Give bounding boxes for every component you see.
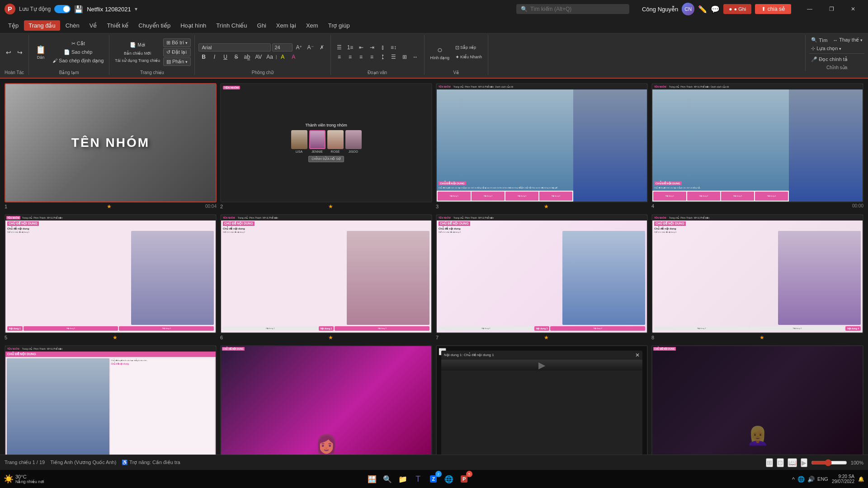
convert-button[interactable]: ↔ [410, 53, 420, 61]
numbering-button[interactable]: 1≡ [345, 43, 355, 52]
autosave-toggle[interactable] [54, 5, 71, 13]
slide-thumb-10[interactable]: CHỦ ĐỀ NỘI DUNG 👩 N LOẠT PHIM [220, 345, 432, 455]
taskbar-teams-button[interactable]: T [411, 472, 425, 486]
find-button[interactable]: 🔍 Tìm [809, 36, 829, 44]
align-left-button[interactable]: ≡ [335, 53, 344, 61]
undo-button[interactable]: ↩ [4, 47, 14, 57]
layout-dropdown[interactable]: ⊞ Bố trí ▾ [163, 38, 191, 47]
comment-icon[interactable]: 💬 [711, 5, 720, 14]
minimize-button[interactable]: — [799, 2, 820, 16]
dictation-button[interactable]: 🎤 Đọc chính tả [809, 56, 849, 63]
menu-record[interactable]: Ghi [253, 20, 271, 31]
text-columns-button[interactable]: ☰ [389, 53, 399, 61]
language-eng[interactable]: ENG [817, 476, 828, 482]
redo-button[interactable]: ↪ [15, 47, 25, 57]
share-button[interactable]: ⬆ chia sẻ [755, 4, 791, 14]
strikethrough-button[interactable]: S [231, 53, 241, 61]
slide-item-9[interactable]: TÊN NHÓM Trang chủPhim ThànhMH & Phổ biế… [5, 345, 217, 455]
increase-indent-button[interactable]: ⇥ [367, 43, 377, 52]
taskbar-powerpoint-button[interactable]: P 5 [457, 472, 472, 486]
slide-thumb-6[interactable]: TÊN NHÓM Trang chủPhim ThànhMH & Phổ biế… [220, 214, 432, 333]
select-button[interactable]: ⊹ Lựa chọn ▾ [809, 45, 843, 52]
slide-thumb-12[interactable]: CHỦ ĐỀ NỘI DUNG 👱‍♀️ N LOẠT PHIM [651, 345, 863, 455]
slide-thumb-3[interactable]: TÊN NHÓM Trang chủ Phim Thành MH & Phổ b… [436, 83, 648, 202]
slide-item-12[interactable]: CHỦ ĐỀ NỘI DUNG 👱‍♀️ N LOẠT PHIM 12 [651, 345, 863, 455]
taskbar-chrome-button[interactable]: 🌐 [442, 472, 456, 486]
maximize-button[interactable]: ❐ [821, 2, 842, 16]
reuse-slides-button[interactable]: Tái sử dụng Trang chiếu [113, 57, 162, 64]
taskbar-search-button[interactable]: 🔍 [380, 472, 395, 486]
close-button[interactable]: ✕ [843, 2, 863, 16]
slide-thumb-9[interactable]: TÊN NHÓM Trang chủPhim ThànhMH & Phổ biế… [5, 345, 217, 455]
new-slide-button[interactable]: 📑 Mới [127, 41, 147, 49]
font-color-button[interactable]: A [288, 53, 298, 61]
smart-art-button[interactable]: ⊞ [400, 53, 410, 61]
menu-slideshow[interactable]: Trình Chiếu [212, 20, 251, 31]
slide-thumb-8[interactable]: TÊN NHÓM Trang chủPhim ThànhMH & Phổ biế… [651, 214, 863, 333]
slide-thumb-1[interactable]: TÊN NHÓM [5, 83, 217, 202]
menu-file[interactable]: Tệp [4, 20, 23, 31]
slide-thumb-7[interactable]: TÊN NHÓM Trang chủPhim ThànhMH & Phổ biế… [436, 214, 648, 333]
taskbar-time[interactable]: 9:20 SA 29/07/2022 [832, 474, 854, 484]
menu-design[interactable]: Thiết kế [102, 20, 133, 31]
accessibility-status[interactable]: ♿ Trợ năng: Cần điều tra [122, 460, 180, 465]
font-size-input[interactable] [272, 43, 292, 52]
bullets-button[interactable]: ☰ [335, 43, 344, 52]
search-input[interactable] [530, 6, 625, 12]
cut-button[interactable]: ✂ Cắt [51, 40, 105, 47]
slide-thumb-4[interactable]: TÊN NHÓM Trang chủ Phim Thành MH & Phổ b… [651, 83, 863, 202]
text-direction-button[interactable]: ⭥ [378, 53, 388, 61]
arrange-button[interactable]: ⊡ Sắp xếp [453, 43, 484, 52]
spacing-button[interactable]: AV [253, 53, 264, 61]
decrease-indent-button[interactable]: ⇤ [356, 43, 366, 52]
replace-button[interactable]: ↔ Thay thế ▾ [831, 36, 864, 44]
record-button[interactable]: ● ● Ghi [723, 4, 751, 14]
italic-button[interactable]: I [209, 53, 219, 61]
video-close-button[interactable]: ✕ [635, 352, 640, 358]
slideshow-button[interactable]: ▶ [801, 458, 807, 467]
slide-item-8[interactable]: TÊN NHÓM Trang chủPhim ThànhMH & Phổ biế… [651, 214, 863, 342]
search-box[interactable]: 🔍 [516, 4, 629, 14]
slide-sorter-button[interactable]: ⊡ [777, 458, 784, 467]
clear-format-button[interactable]: ✗ [317, 43, 327, 52]
language-indicator[interactable]: Tiếng Anh (Vương Quốc Anh) [50, 460, 116, 465]
edit-pen-icon[interactable]: ✏️ [698, 5, 707, 14]
slide-thumb-2[interactable]: TÊN NHÓM Thành viên trong nhóm LISA JENN… [220, 83, 432, 202]
case-button[interactable]: Aa [264, 53, 275, 61]
menu-view[interactable]: Xem [302, 20, 323, 31]
copy-button[interactable]: 📄 Sao chép [51, 48, 105, 56]
underline-button[interactable]: U [220, 53, 230, 61]
slide-item-7[interactable]: TÊN NHÓM Trang chủPhim ThànhMH & Phổ biế… [436, 214, 648, 342]
menu-home[interactable]: Trang đầu [24, 20, 60, 31]
notification-button[interactable]: 🔔 [858, 476, 864, 482]
menu-about[interactable]: Về [85, 20, 102, 31]
menu-review[interactable]: Xem lại [272, 20, 301, 31]
taskbar-start-button[interactable]: 🪟 [365, 472, 379, 486]
paste-button[interactable]: 📋 Dán [33, 43, 49, 61]
shadow-button[interactable]: ab̲ [242, 53, 252, 61]
network-icon[interactable]: 🌐 [797, 476, 805, 483]
menu-transitions[interactable]: Chuyển tiếp [134, 20, 175, 31]
slide-item-5[interactable]: TÊN NHÓM TÊN NHÓM Trang chủPhim ThànhMH … [5, 214, 217, 342]
design-mode-button[interactable]: ✦ Kiểu Nhanh [453, 53, 484, 61]
user-avatar[interactable]: CN [682, 3, 694, 15]
filename-dropdown[interactable]: ▾ [135, 6, 137, 12]
slide-item-1[interactable]: TÊN NHÓM 1 ★ 00:04 [5, 83, 217, 211]
save-icon[interactable]: 💾 [74, 5, 83, 14]
slide-item-4[interactable]: TÊN NHÓM Trang chủ Phim Thành MH & Phổ b… [651, 83, 863, 211]
highlight-button[interactable]: A [278, 53, 288, 61]
font-name-input[interactable] [198, 43, 271, 52]
slide-thumb-5[interactable]: TÊN NHÓM TÊN NHÓM Trang chủPhim ThànhMH … [5, 214, 217, 333]
slide-item-3[interactable]: TÊN NHÓM Trang chủ Phim Thành MH & Phổ b… [436, 83, 648, 211]
menu-animations[interactable]: Hoạt hình [176, 20, 211, 31]
slide-item-6[interactable]: TÊN NHÓM Trang chủPhim ThànhMH & Phổ biế… [220, 214, 432, 342]
slide-thumb-11[interactable]: ⬜ Nội dung 1: Chủ đề nội dung 1 ✕ ▶ [436, 345, 648, 455]
align-center-button[interactable]: ≡ [345, 53, 355, 61]
decrease-font-button[interactable]: A⁻ [306, 43, 316, 52]
filename[interactable]: Netflix 12082021 [87, 6, 131, 13]
chevron-up-icon[interactable]: ^ [792, 476, 795, 483]
menu-help[interactable]: Trợ giúp [324, 20, 354, 31]
columns-button[interactable]: ⫿ [378, 43, 388, 52]
zoom-slider[interactable] [811, 459, 847, 466]
slide-item-2[interactable]: TÊN NHÓM Thành viên trong nhóm LISA JENN… [220, 83, 432, 211]
